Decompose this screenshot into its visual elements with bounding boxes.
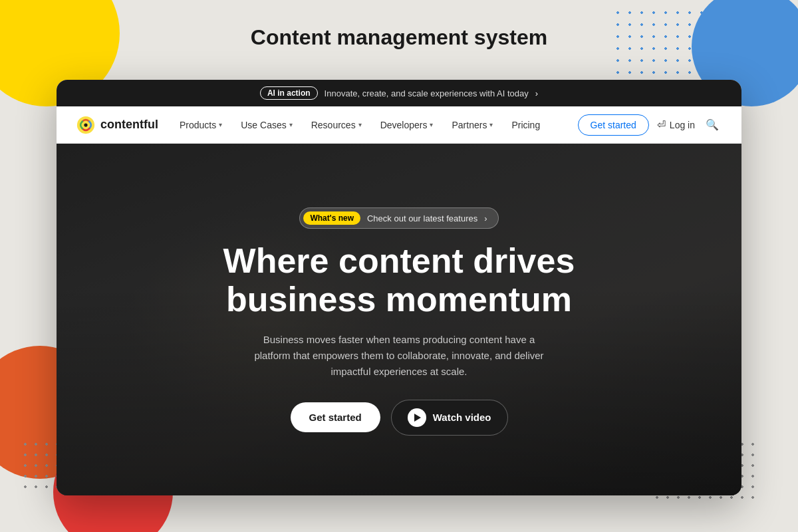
play-triangle-icon (414, 414, 421, 422)
whats-new-arrow-icon: › (484, 213, 487, 223)
products-chevron-icon: ▾ (219, 121, 222, 128)
nav-use-cases[interactable]: Use Cases ▾ (233, 114, 300, 136)
use-cases-chevron-icon: ▾ (289, 121, 293, 128)
nav-partners[interactable]: Partners ▾ (444, 114, 501, 136)
partners-chevron-icon: ▾ (489, 121, 493, 128)
resources-chevron-icon: ▾ (358, 121, 362, 128)
logo[interactable]: contentful (76, 116, 158, 134)
nav-pricing[interactable]: Pricing (503, 114, 548, 136)
announcement-text: Innovate, create, and scale experiences … (325, 88, 529, 98)
nav-products[interactable]: Products ▾ (172, 114, 230, 136)
hero-subtitle: Business moves faster when teams produci… (253, 332, 545, 380)
logo-icon (76, 116, 95, 134)
watch-video-button[interactable]: Watch video (391, 400, 508, 436)
hero-content: What's new Check out our latest features… (166, 207, 632, 435)
whats-new-text: Check out our latest features (367, 213, 477, 223)
nav-right: Get started ⏎ Log in 🔍 (578, 114, 722, 136)
search-button[interactable]: 🔍 (703, 116, 722, 134)
whats-new-pill[interactable]: What's new Check out our latest features… (299, 207, 498, 229)
search-icon: 🔍 (706, 119, 719, 130)
developers-chevron-icon: ▾ (430, 121, 433, 128)
ai-badge: AI in action (260, 86, 318, 100)
announcement-bar[interactable]: AI in action Innovate, create, and scale… (57, 80, 741, 106)
get-started-nav-button[interactable]: Get started (578, 114, 649, 136)
whats-new-badge: What's new (303, 211, 360, 225)
nav-developers[interactable]: Developers ▾ (372, 114, 442, 136)
hero-buttons: Get started Watch video (291, 400, 508, 436)
browser-window: AI in action Innovate, create, and scale… (57, 80, 741, 495)
page-title: Content management system (251, 25, 547, 50)
svg-point-1 (84, 123, 87, 126)
play-icon (408, 408, 426, 427)
nav-links: Products ▾ Use Cases ▾ Resources ▾ Devel… (172, 114, 578, 136)
get-started-hero-button[interactable]: Get started (291, 402, 380, 432)
navbar: contentful Products ▾ Use Cases ▾ Resour… (57, 106, 741, 144)
login-icon: ⏎ (657, 118, 666, 131)
nav-resources[interactable]: Resources ▾ (303, 114, 370, 136)
hero-title: Where content drives business momentum (166, 242, 632, 318)
announcement-arrow: › (535, 88, 538, 98)
logo-text: contentful (100, 118, 158, 132)
login-button[interactable]: ⏎ Log in (657, 118, 695, 131)
hero-section: What's new Check out our latest features… (57, 144, 741, 495)
